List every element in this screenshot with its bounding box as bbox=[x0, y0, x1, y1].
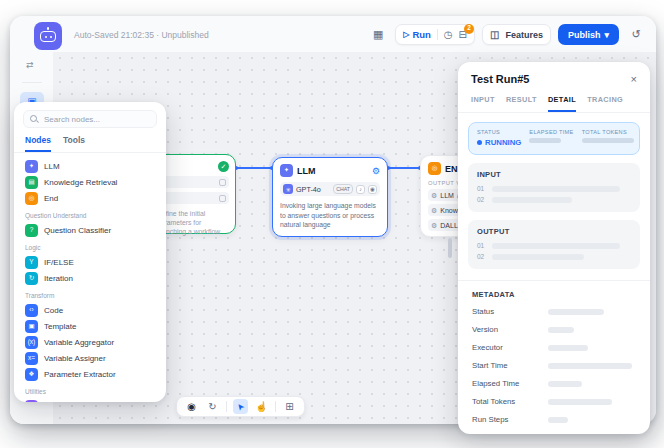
tab-tracing[interactable]: TRACING bbox=[587, 91, 623, 112]
skeleton-bar bbox=[492, 243, 620, 249]
add-node-panel: Nodes Tools ✦ LLM ▤ Knowledge Retrieval bbox=[14, 102, 166, 402]
gpt-model-icon: ✳ bbox=[283, 184, 293, 194]
run-button[interactable]: ▷ Run bbox=[403, 29, 431, 40]
skeleton-bar bbox=[548, 417, 568, 423]
end-node-icon: ◎ bbox=[428, 162, 441, 175]
robot-antenna bbox=[47, 27, 49, 30]
tab-nodes[interactable]: Nodes bbox=[25, 135, 51, 152]
checklist-icon[interactable]: ⊟ 2 bbox=[459, 30, 467, 40]
test-run-panel: Test Run#5 × INPUT RESULT DETAIL TRACING… bbox=[458, 62, 650, 434]
run-panel-title: Test Run#5 bbox=[471, 73, 529, 85]
llm-node-icon: ✦ bbox=[280, 164, 293, 177]
history-icon[interactable]: ◷ bbox=[444, 30, 453, 40]
node-type-item[interactable]: ↻ Iteration bbox=[23, 270, 157, 286]
node-type-item[interactable]: ✦ LLM bbox=[23, 158, 157, 174]
node-type-item[interactable]: ⇋ HTTP Request bbox=[23, 398, 157, 402]
skeleton-bar bbox=[492, 197, 572, 203]
hand-mode-icon[interactable]: ☝ bbox=[254, 399, 269, 414]
input-card: INPUT 01 02 bbox=[468, 163, 640, 212]
features-button[interactable]: ◫ Features bbox=[482, 24, 551, 45]
node-type-item[interactable]: ‹› Code bbox=[23, 302, 157, 318]
audio-capability-icon: ♪ bbox=[356, 185, 365, 194]
metadata-row: Elapsed Time bbox=[472, 379, 636, 388]
node-type-item[interactable]: ❖ Parameter Extractor bbox=[23, 366, 157, 382]
canvas-toolbar: ◉ ↻ ➤ ☝ ⊞ bbox=[176, 396, 305, 417]
skeleton-bar bbox=[492, 186, 620, 192]
node-type-icon: ‹› bbox=[25, 304, 38, 317]
app-logo-robot-icon[interactable] bbox=[34, 22, 62, 50]
field-icon bbox=[219, 195, 226, 202]
llm-node[interactable]: ✦ LLM ⚙ ✳ GPT-4o CHAT ♪ ◉ Invoking large… bbox=[272, 157, 388, 237]
start-input-field[interactable] bbox=[157, 192, 229, 204]
node-type-icon: (x) bbox=[25, 336, 38, 349]
features-icon: ◫ bbox=[490, 30, 499, 40]
skeleton-bar bbox=[548, 327, 574, 333]
skeleton-bar bbox=[548, 309, 604, 315]
run-status-card: STATUS RUNNING ELAPSED TIME TOTAL TOKENS bbox=[468, 122, 640, 155]
llm-node-description: Invoking large language models to answer… bbox=[280, 201, 380, 230]
swap-icon[interactable]: ⇄ bbox=[26, 60, 34, 70]
success-check-icon: ✓ bbox=[218, 161, 229, 172]
node-panel-tabs: Nodes Tools bbox=[14, 128, 166, 153]
metadata-section: METADATA Status Version Executor bbox=[458, 290, 650, 424]
node-type-icon: ◎ bbox=[25, 192, 38, 205]
model-selector[interactable]: ✳ GPT-4o CHAT ♪ ◉ bbox=[280, 182, 380, 196]
pointer-mode-icon[interactable]: ➤ bbox=[233, 399, 248, 414]
auto-layout-icon[interactable]: ⊞ bbox=[282, 399, 297, 414]
node-type-item[interactable]: ▤ Knowledge Retrieval bbox=[23, 174, 157, 190]
node-type-item[interactable]: Y IF/ELSE bbox=[23, 254, 157, 270]
start-input-field[interactable] bbox=[157, 176, 229, 188]
metadata-row: Executor bbox=[472, 343, 636, 352]
input-row: 01 bbox=[477, 185, 631, 192]
node-type-item[interactable]: ▣ Template bbox=[23, 318, 157, 334]
metadata-row: Start Time bbox=[472, 361, 636, 370]
variables-table-icon[interactable]: ▦ bbox=[368, 25, 388, 45]
autosave-status: Auto-Saved 21:02:35 · Unpublished bbox=[74, 30, 209, 40]
chevron-down-icon: ▾ bbox=[604, 30, 609, 40]
node-type-icon: ▤ bbox=[25, 176, 38, 189]
node-search[interactable] bbox=[23, 110, 157, 128]
node-type-icon: ⇋ bbox=[25, 400, 38, 403]
search-icon bbox=[30, 115, 38, 123]
node-section-title: Logic bbox=[25, 244, 155, 251]
chat-capability-badge: CHAT bbox=[333, 184, 353, 194]
variable-icon: ⚙ bbox=[431, 192, 437, 199]
close-icon[interactable]: × bbox=[631, 74, 637, 85]
running-dot-icon bbox=[477, 140, 482, 145]
version-history-icon[interactable]: ↺ bbox=[626, 25, 646, 45]
metadata-row: Version bbox=[472, 325, 636, 334]
output-row: 02 bbox=[477, 253, 631, 260]
tab-tools[interactable]: Tools bbox=[63, 135, 85, 152]
node-section-title: Question Understand bbox=[25, 212, 155, 219]
robot-face bbox=[40, 31, 56, 42]
node-section-title: Utilities bbox=[25, 388, 155, 395]
gear-icon[interactable]: ⚙ bbox=[372, 166, 380, 176]
topbar-actions: ▦ ▷ Run ◷ ⊟ 2 ◫ Features bbox=[368, 24, 646, 45]
fit-view-icon[interactable]: ◉ bbox=[184, 399, 199, 414]
node-type-item[interactable]: x= Variable Assigner bbox=[23, 350, 157, 366]
node-type-item[interactable]: ◎ End bbox=[23, 190, 157, 206]
node-type-icon: x= bbox=[25, 352, 38, 365]
topbar: Auto-Saved 21:02:35 · Unpublished ▦ ▷ Ru… bbox=[10, 16, 656, 52]
skeleton-bar bbox=[548, 399, 612, 405]
vision-capability-icon: ◉ bbox=[368, 185, 377, 194]
node-type-item[interactable]: (x) Variable Aggregator bbox=[23, 334, 157, 350]
play-icon: ▷ bbox=[403, 30, 409, 39]
node-type-icon: ▣ bbox=[25, 320, 38, 333]
field-icon bbox=[219, 179, 226, 186]
node-type-icon: ❖ bbox=[25, 368, 38, 381]
tab-detail[interactable]: DETAIL bbox=[548, 91, 576, 112]
tab-result[interactable]: RESULT bbox=[506, 91, 537, 112]
publish-button[interactable]: Publish ▾ bbox=[558, 24, 619, 45]
node-type-item[interactable]: ? Question Classifier bbox=[23, 222, 157, 238]
node-type-icon: ? bbox=[25, 224, 38, 237]
variable-icon: ⚙ bbox=[431, 207, 437, 214]
node-type-list: ✦ LLM ▤ Knowledge Retrieval ◎ End Questi… bbox=[14, 153, 166, 402]
edge-llm-to-end bbox=[388, 167, 420, 169]
tab-input[interactable]: INPUT bbox=[471, 91, 495, 112]
undo-redo-icon[interactable]: ↻ bbox=[205, 399, 220, 414]
input-row: 02 bbox=[477, 196, 631, 203]
panel-resize-handle[interactable] bbox=[448, 238, 452, 258]
workflow-editor-screenshot: Auto-Saved 21:02:35 · Unpublished ▦ ▷ Ru… bbox=[0, 0, 664, 448]
search-input[interactable] bbox=[42, 114, 150, 125]
